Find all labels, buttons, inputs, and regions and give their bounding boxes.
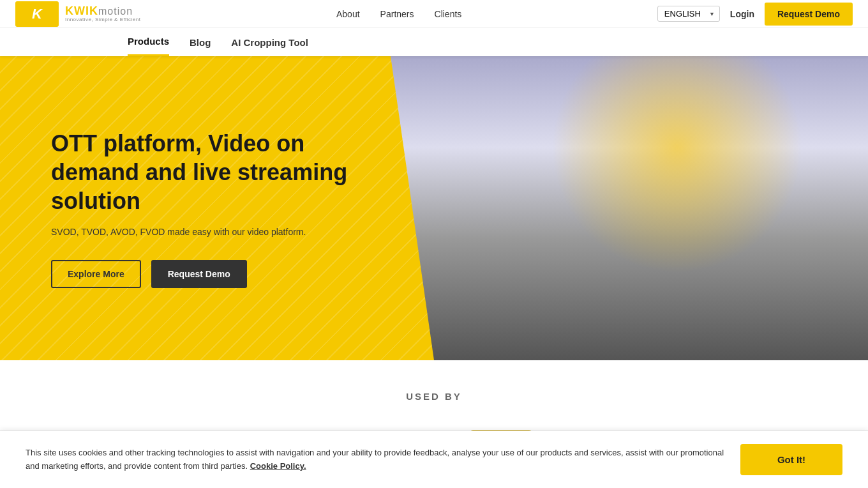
svg-point-22 xyxy=(783,112,787,116)
logo-icon-box: K xyxy=(15,1,59,27)
logo-text-block: KWIKmotion Innovative, Simple & Efficien… xyxy=(65,5,140,22)
nav-about[interactable]: About xyxy=(336,9,360,19)
svg-rect-9 xyxy=(454,267,557,318)
login-button[interactable]: Login xyxy=(730,9,754,19)
svg-point-21 xyxy=(708,132,710,134)
svg-point-26 xyxy=(745,150,749,154)
cookie-banner: This site uses cookies and other trackin… xyxy=(0,431,868,488)
navbar-top: K KWIKmotion Innovative, Simple & Effici… xyxy=(0,0,868,28)
request-demo-button-header[interactable]: Request Demo xyxy=(765,3,853,26)
hero-title: OTT platform, Video on demand and live s… xyxy=(51,129,396,215)
hero-subtitle: SVOD, TVOD, AVOD, FVOD made easy with ou… xyxy=(51,227,396,237)
svg-point-15 xyxy=(676,142,704,168)
explore-more-button[interactable]: Explore More xyxy=(51,260,141,288)
svg-rect-2 xyxy=(505,76,601,286)
logo-letter: K xyxy=(32,6,42,22)
request-demo-button-hero[interactable]: Request Demo xyxy=(151,260,247,288)
svg-rect-6 xyxy=(391,312,868,360)
hero-section: OTT platform, Video on demand and live s… xyxy=(0,56,868,360)
svg-point-27 xyxy=(835,125,837,128)
used-by-title: USED BY xyxy=(38,391,830,402)
svg-point-30 xyxy=(587,208,589,211)
got-it-button[interactable]: Got It! xyxy=(740,444,842,475)
svg-rect-12 xyxy=(613,251,677,270)
logo-name-kwik: KWIK xyxy=(65,4,98,17)
navbar: K KWIKmotion Innovative, Simple & Effici… xyxy=(0,0,868,56)
svg-point-20 xyxy=(611,105,615,109)
hero-buttons: Explore More Request Demo xyxy=(51,260,396,288)
logo-area: K KWIKmotion Innovative, Simple & Effici… xyxy=(15,1,140,27)
cookie-policy-link[interactable]: Cookie Policy. xyxy=(250,461,306,471)
logo-tagline: Innovative, Simple & Efficient xyxy=(65,17,140,22)
svg-point-29 xyxy=(497,246,501,250)
language-select[interactable]: ENGLISH ARABIC xyxy=(657,6,720,22)
svg-rect-3 xyxy=(581,89,658,286)
svg-rect-11 xyxy=(601,261,696,318)
svg-point-31 xyxy=(797,183,799,185)
svg-point-5 xyxy=(391,293,868,360)
svg-rect-4 xyxy=(645,107,772,286)
svg-rect-0 xyxy=(391,57,868,360)
svg-point-32 xyxy=(847,220,851,224)
hero-image xyxy=(391,56,868,360)
cookie-message: This site uses cookies and other trackin… xyxy=(26,448,724,471)
logo-name: KWIKmotion xyxy=(65,5,140,17)
svg-rect-7 xyxy=(423,280,836,360)
svg-rect-17 xyxy=(693,270,709,309)
svg-point-25 xyxy=(657,93,659,96)
svg-point-19 xyxy=(516,144,519,147)
nav-partners[interactable]: Partners xyxy=(380,9,414,19)
svg-rect-16 xyxy=(671,270,687,309)
nav-blog[interactable]: Blog xyxy=(190,28,211,56)
nav-clients[interactable]: Clients xyxy=(435,9,462,19)
svg-point-14 xyxy=(667,148,713,188)
svg-point-28 xyxy=(421,215,424,217)
hero-bg-image xyxy=(391,56,868,360)
nav-ai-cropping[interactable]: AI Cropping Tool xyxy=(231,28,308,56)
svg-point-18 xyxy=(440,118,444,122)
hero-content: OTT platform, Video on demand and live s… xyxy=(0,56,434,360)
svg-point-23 xyxy=(485,183,488,185)
logo-name-motion: motion xyxy=(98,6,133,17)
svg-point-24 xyxy=(567,164,570,166)
cookie-text: This site uses cookies and other trackin… xyxy=(26,446,725,473)
svg-rect-8 xyxy=(423,280,836,299)
top-nav-links: About Partners Clients xyxy=(336,9,461,19)
hero-svg xyxy=(391,56,868,360)
language-selector-wrapper: ENGLISH ARABIC xyxy=(657,6,720,22)
navbar-top-right: ENGLISH ARABIC Login Request Demo xyxy=(657,3,853,26)
svg-rect-10 xyxy=(467,257,537,277)
svg-rect-13 xyxy=(664,171,715,273)
nav-products[interactable]: Products xyxy=(128,28,169,56)
navbar-bottom: Products Blog AI Cropping Tool xyxy=(0,28,868,56)
